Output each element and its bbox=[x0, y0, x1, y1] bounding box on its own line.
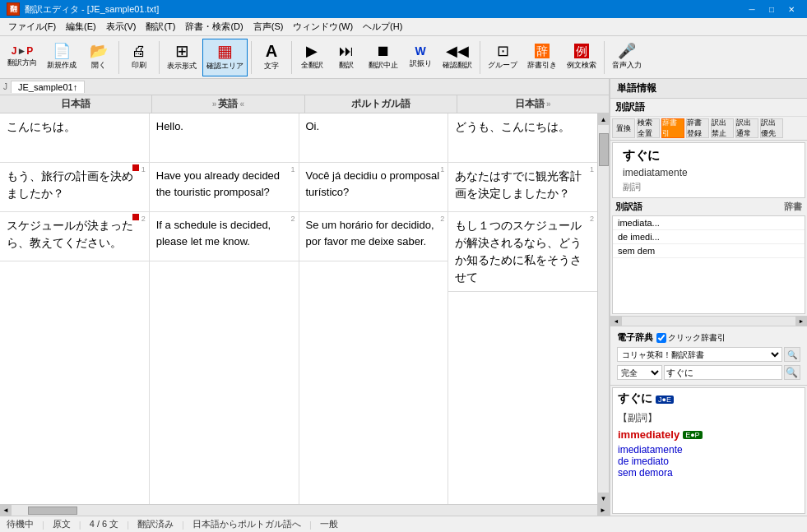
dict-name-select[interactable]: コリャ英和！翻訳辞書 bbox=[617, 347, 782, 362]
group-icon: ⊡ bbox=[497, 44, 509, 58]
dict-search-input[interactable] bbox=[664, 365, 782, 380]
display-icon: ⊞ bbox=[175, 43, 189, 59]
dict-search-execute-btn[interactable]: 🔍 bbox=[784, 365, 800, 380]
click-dict-checkbox[interactable]: クリック辞書引 bbox=[656, 332, 726, 344]
dict-toolbar: 電子辞典 クリック辞書引 bbox=[614, 330, 804, 345]
alt-hscroll[interactable]: ◄ ► bbox=[610, 316, 807, 326]
dict-pos: 【副詞】 bbox=[618, 411, 800, 425]
stop-icon: ⏹ bbox=[376, 44, 391, 58]
toolbar-new[interactable]: 📄 新規作成 bbox=[43, 39, 81, 76]
col-jp-label: 日本語 bbox=[61, 97, 90, 111]
scroll-track[interactable] bbox=[598, 125, 610, 493]
window-controls: ─ □ ✕ bbox=[743, 2, 800, 16]
col-header-pt: ポルトガル語 bbox=[305, 95, 457, 113]
jp2-cell-2[interactable]: 1 あなたはすでに観光客計画を決定しましたか？ bbox=[448, 163, 597, 212]
horizontal-scrollbar[interactable]: ◄ ► bbox=[0, 504, 609, 516]
h-scroll-track[interactable] bbox=[12, 506, 597, 516]
toolbar-voice[interactable]: 🎤 音声入力 bbox=[608, 39, 646, 76]
replace-btn[interactable]: 置換 bbox=[612, 118, 635, 138]
vertical-scrollbar[interactable]: ▲ ▼ bbox=[597, 113, 609, 504]
alt-scroll-track[interactable] bbox=[622, 317, 795, 326]
toolbar-dict-ref[interactable]: 辞 辞書引き bbox=[523, 39, 561, 76]
toolbar-print[interactable]: 🖨 印刷 bbox=[123, 39, 155, 76]
dict-search-btn[interactable]: 🔍 bbox=[784, 347, 800, 362]
dict-ref-icon: 辞 bbox=[535, 44, 550, 58]
alt-trans-item-2[interactable]: de imedi... bbox=[613, 230, 805, 244]
maximize-button[interactable]: □ bbox=[763, 2, 781, 16]
scroll-right-arrow[interactable]: ► bbox=[597, 505, 609, 516]
jp2-cell-1[interactable]: どうも、こんにちは。 bbox=[448, 113, 597, 163]
en-num-2: 1 bbox=[290, 164, 295, 175]
toolbar-confirm-area[interactable]: ▦ 確認エリア bbox=[202, 39, 248, 76]
minimize-button[interactable]: ─ bbox=[743, 2, 761, 16]
alt-word-2: de imedi... bbox=[618, 232, 709, 242]
en-cell-3[interactable]: 2 If a schedule is decided, please let m… bbox=[150, 212, 299, 261]
pt-cell-2[interactable]: 1 Você já decidiu o promposal turístico? bbox=[299, 163, 448, 212]
scroll-down-arrow[interactable]: ▼ bbox=[598, 493, 610, 504]
menu-view[interactable]: 表示(V) bbox=[101, 19, 141, 35]
match-type-select[interactable]: 完全 bbox=[617, 365, 662, 380]
menu-translate[interactable]: 翻訳(T) bbox=[141, 19, 180, 35]
toolbar-example[interactable]: 例 例文検索 bbox=[563, 39, 601, 76]
en-cell-2[interactable]: 1 Have you already decided the touristic… bbox=[150, 163, 299, 212]
alt-scroll-right[interactable]: ► bbox=[795, 317, 807, 326]
alt-word-3: sem dem bbox=[618, 246, 709, 256]
toolbar-translate-btn[interactable]: ⏭ 翻訳 bbox=[330, 39, 363, 76]
main-layout: J JE_sample01↑ 日本語 » 英語 « ポルトガル語 日本語 » bbox=[0, 79, 807, 516]
alt-scroll-left[interactable]: ◄ bbox=[610, 317, 622, 326]
dict-ref-btn[interactable]: 辞書引 bbox=[661, 118, 684, 138]
jp-cell-3[interactable]: 2 スケジュールが決まったら、教えてください。 bbox=[0, 212, 149, 261]
toolbar: J►P 翻訳方向 📄 新規作成 📂 開く 🖨 印刷 ⊞ 表示形式 ▦ 確認エリア… bbox=[0, 36, 807, 79]
print-label: 印刷 bbox=[132, 60, 146, 71]
close-button[interactable]: ✕ bbox=[782, 2, 800, 16]
dict-search-row: 完全 🔍 bbox=[614, 363, 804, 382]
menu-dict[interactable]: 辞書・検索(D) bbox=[180, 19, 248, 35]
translate-icon: ⏭ bbox=[339, 44, 354, 58]
confirm-trans-label: 確認翻訳 bbox=[443, 60, 472, 71]
trans-priority-btn[interactable]: 訳出優先 bbox=[760, 118, 783, 138]
click-dict-input[interactable] bbox=[656, 333, 666, 343]
alt-trans-list[interactable]: imediata... de imedi... sem dem bbox=[612, 215, 805, 314]
toolbar-group[interactable]: ⊡ グループ bbox=[484, 39, 522, 76]
toolbar-direction[interactable]: J►P 翻訳方向 bbox=[3, 39, 41, 76]
toolbar-stop[interactable]: ⏹ 翻訳中止 bbox=[364, 39, 402, 76]
toolbar-display[interactable]: ⊞ 表示形式 bbox=[163, 39, 201, 76]
trans-normal-btn[interactable]: 訳出通常 bbox=[735, 118, 758, 138]
toolbar-full-trans[interactable]: ▶ 全翻訳 bbox=[295, 39, 328, 76]
toolbar-confirm-trans[interactable]: ◀◀ 確認翻訳 bbox=[438, 39, 476, 76]
menu-file[interactable]: ファイル(F) bbox=[3, 19, 61, 35]
jp2-text-1: どうも、こんにちは。 bbox=[455, 120, 570, 133]
tab-icon: J bbox=[3, 82, 7, 91]
en-text-3: If a schedule is decided, please let me … bbox=[156, 219, 271, 247]
jp-cell-2[interactable]: 1 もう、旅行の計画を決めましたか？ bbox=[0, 163, 149, 212]
scroll-left-arrow[interactable]: ◄ bbox=[0, 505, 12, 516]
col-header-en: » 英語 « bbox=[152, 95, 304, 113]
menu-edit[interactable]: 編集(E) bbox=[61, 19, 101, 35]
en-cell-1[interactable]: Hello. bbox=[150, 113, 299, 163]
toolbar-retrans[interactable]: W 訳振り bbox=[404, 39, 437, 76]
menu-window[interactable]: ウィンドウ(W) bbox=[288, 19, 358, 35]
search-all-btn[interactable]: 検索全置 bbox=[637, 118, 660, 138]
menu-help[interactable]: ヘルプ(H) bbox=[358, 19, 407, 35]
alt-trans-item-3[interactable]: sem dem bbox=[613, 244, 805, 258]
panel-title: 単語情報 bbox=[610, 79, 807, 99]
jp2-cell-3[interactable]: 2 もし１つのスケジュールが解決されるなら、どうか知るために私をそうさせて bbox=[448, 212, 597, 292]
toolbar-open[interactable]: 📂 開く bbox=[82, 39, 115, 76]
alt-trans-item-1[interactable]: imediata... bbox=[613, 216, 805, 230]
jp-cell-1[interactable]: こんにちは。 bbox=[0, 113, 149, 163]
dict-reg-btn[interactable]: 辞書登録 bbox=[686, 118, 709, 138]
toolbar-sep-6 bbox=[604, 41, 605, 74]
pt-cell-3[interactable]: 2 Se um horário for decidido, por favor … bbox=[299, 212, 448, 261]
scroll-up-arrow[interactable]: ▲ bbox=[598, 113, 610, 125]
editor-tab[interactable]: JE_sample01↑ bbox=[11, 81, 85, 93]
toolbar-font[interactable]: A 文字 bbox=[255, 39, 288, 76]
trans-forbid-btn[interactable]: 訳出禁止 bbox=[711, 118, 734, 138]
menu-speech[interactable]: 言声(S) bbox=[248, 19, 289, 35]
h-scroll-thumb[interactable] bbox=[28, 507, 77, 515]
translate-label: 翻訳 bbox=[339, 60, 354, 71]
word-type: 副詞 bbox=[618, 180, 800, 194]
pt-cell-1[interactable]: Oi. bbox=[299, 113, 448, 163]
dict-select-row: コリャ英和！翻訳辞書 🔍 bbox=[614, 345, 804, 363]
toolbar-sep-1 bbox=[118, 41, 119, 74]
scroll-thumb[interactable] bbox=[599, 133, 609, 166]
